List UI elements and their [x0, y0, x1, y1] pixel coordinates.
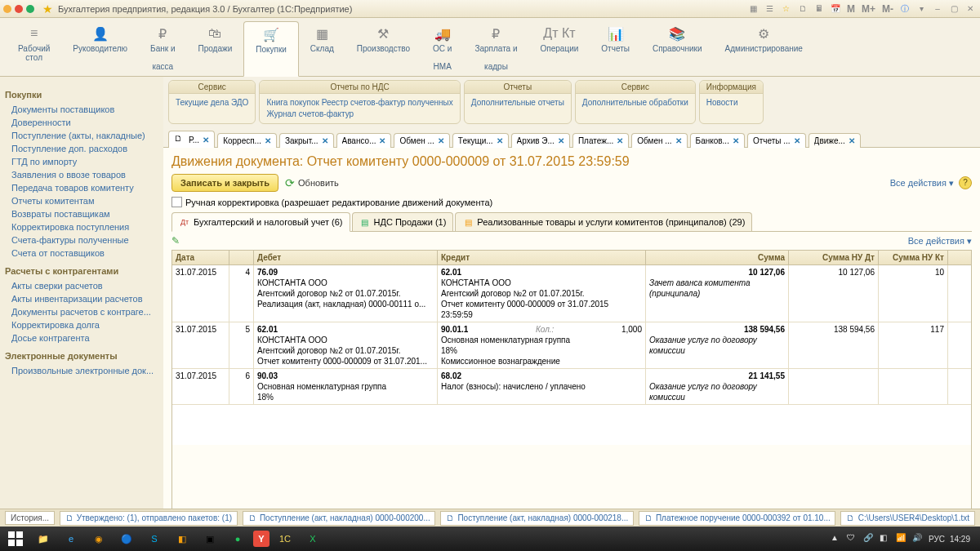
calendar-icon[interactable]: 📅	[829, 2, 842, 16]
status-item[interactable]: 🗋Поступление (акт, накладная) 0000-00021…	[440, 511, 634, 526]
table-row[interactable]: 31.07.2015562.01КОНСТАНТА ОООАгентский д…	[172, 322, 971, 369]
nav-item[interactable]: ▦Склад	[299, 21, 345, 76]
grid-body[interactable]: 31.07.2015476.09КОНСТАНТА ОООАгентский д…	[172, 265, 971, 445]
nav-item[interactable]: ≡Рабочий стол	[7, 21, 61, 76]
history-button[interactable]: История...	[5, 511, 55, 525]
doc-tab-active[interactable]: Движе...✕	[808, 133, 861, 148]
sidebar-link[interactable]: Документы поставщиков	[5, 103, 158, 116]
nav-item[interactable]: ⚙Администрирование	[714, 21, 814, 76]
nav-item[interactable]: Дт КтОперации	[529, 21, 590, 76]
doc-tab[interactable]: Обмен ...✕	[631, 133, 687, 148]
col-credit[interactable]: Кредит	[438, 251, 646, 264]
tray-network-icon[interactable]: 🔗	[863, 533, 875, 544]
grid-icon[interactable]: ▦	[747, 2, 760, 16]
service-link[interactable]: Дополнительные отчеты	[471, 97, 564, 109]
tray-icon[interactable]: ▲	[831, 533, 842, 544]
doc-tab[interactable]: Корресп...✕	[217, 133, 277, 148]
tab-close-icon[interactable]: ✕	[203, 136, 209, 144]
sidebar-link[interactable]: ГТД по импорту	[5, 155, 158, 168]
app-icon-1[interactable]: ◉	[87, 528, 111, 549]
maximize-icon[interactable]: ▢	[947, 2, 960, 16]
nav-item[interactable]: ₽Зарплата икадры	[463, 21, 528, 76]
col-n[interactable]	[229, 251, 254, 264]
yandex-icon[interactable]: Y	[253, 531, 270, 547]
tab-close-icon[interactable]: ✕	[265, 136, 271, 145]
sidebar-link[interactable]: Передача товаров комитенту	[5, 181, 158, 194]
excel-icon[interactable]: X	[301, 528, 325, 549]
app-icon-2[interactable]: 🔵	[114, 528, 139, 549]
nav-item[interactable]: 🚚ОС иНМА	[421, 21, 463, 76]
sidebar-link[interactable]: Акты сверки расчетов	[5, 279, 158, 292]
col-debit[interactable]: Дебет	[254, 251, 438, 264]
sidebar-link[interactable]: Доверенности	[5, 116, 158, 129]
col-nu-kt[interactable]: Сумма НУ Кт	[879, 251, 948, 264]
app-icon-5[interactable]: ●	[225, 528, 250, 549]
nav-item[interactable]: 🛒Покупки	[243, 21, 299, 77]
sidebar-link[interactable]: Акты инвентаризации расчетов	[5, 292, 158, 305]
dropdown-icon[interactable]: ▾	[915, 2, 928, 16]
inner-tab[interactable]: ▤Реализованные товары и услуги комитенто…	[455, 212, 752, 231]
all-actions-link[interactable]: Все действия ▾	[890, 178, 954, 189]
sidebar-link[interactable]: Возвраты поставщикам	[5, 207, 158, 220]
sidebar-link[interactable]: Документы расчетов с контраге...	[5, 305, 158, 318]
col-nu-dt[interactable]: Сумма НУ Дт	[789, 251, 879, 264]
tab-close-icon[interactable]: ✕	[379, 136, 385, 145]
refresh-button[interactable]: ⟳ Обновить	[285, 176, 339, 189]
tab-close-icon[interactable]: ✕	[675, 136, 682, 145]
inner-tab[interactable]: ▤НДС Продажи (1)	[352, 212, 454, 231]
calc-icon[interactable]: 🖩	[813, 2, 826, 16]
tray-signal-icon[interactable]: 📶	[896, 533, 907, 544]
doc-tab[interactable]: Архив Э...✕	[511, 133, 570, 148]
table-row[interactable]: 31.07.2015476.09КОНСТАНТА ОООАгентский д…	[172, 265, 971, 322]
tray-shield-icon[interactable]: 🛡	[847, 533, 858, 544]
sidebar-link[interactable]: Корректировка долга	[5, 318, 158, 331]
minimize-icon[interactable]: –	[931, 2, 944, 16]
app-icon-3[interactable]: ◧	[170, 528, 194, 549]
list-icon[interactable]: ☰	[764, 2, 777, 16]
sidebar-link[interactable]: Поступление (акты, накладные)	[5, 129, 158, 142]
tab-close-icon[interactable]: ✕	[733, 136, 739, 145]
status-item[interactable]: 🗋Поступление (акт, накладная) 0000-00020…	[243, 511, 436, 526]
nav-item[interactable]: ₽Банк икасса	[139, 21, 186, 76]
service-link[interactable]: Новости	[706, 97, 756, 109]
tray-volume-icon[interactable]: 🔊	[912, 533, 924, 544]
sidebar-link[interactable]: Счета-фактуры полученные	[5, 233, 158, 247]
app-icon-4[interactable]: ▣	[198, 528, 222, 549]
service-link[interactable]: Журнал счетов-фактур	[266, 109, 452, 120]
edit-icon[interactable]: ✎	[172, 235, 180, 247]
taskbar-time[interactable]: 14:29	[950, 535, 970, 544]
tab-close-icon[interactable]: ✕	[558, 136, 564, 145]
sidebar-link[interactable]: Счета от поставщиков	[5, 247, 158, 260]
doc-tab[interactable]: Обмен ...✕	[394, 133, 449, 148]
doc-tab[interactable]: Авансо...✕	[336, 133, 392, 148]
tab-close-icon[interactable]: ✕	[322, 136, 328, 145]
tab-close-icon[interactable]: ✕	[497, 136, 503, 145]
doc-tab[interactable]: Банков...✕	[690, 133, 745, 148]
doc-tab[interactable]: 🗋Р...✕	[168, 131, 215, 148]
service-link[interactable]: Книга покупок Реестр счетов-фактур получ…	[266, 97, 452, 109]
save-close-button[interactable]: Записать и закрыть	[172, 174, 278, 192]
close-icon[interactable]: ✕	[964, 2, 977, 16]
col-sum[interactable]: Сумма	[646, 251, 789, 264]
tab-close-icon[interactable]: ✕	[438, 136, 444, 145]
col-date[interactable]: Дата	[172, 251, 229, 264]
status-item[interactable]: 🗋Платежное поручение 0000-000392 от 01.1…	[639, 511, 835, 526]
m-plus-button[interactable]: M+	[860, 3, 877, 15]
doc-tab[interactable]: Отчеты ...✕	[747, 133, 806, 148]
sidebar-link[interactable]: Заявления о ввозе товаров	[5, 168, 158, 181]
skype-icon[interactable]: S	[142, 528, 167, 549]
tray-app-icon[interactable]: ◧	[880, 533, 891, 544]
start-button[interactable]	[3, 528, 28, 549]
taskbar-lang[interactable]: РУС	[929, 535, 945, 544]
nav-item[interactable]: ⚒Производство	[345, 21, 421, 76]
m-button[interactable]: M	[845, 3, 857, 15]
nav-item[interactable]: 📚Справочники	[641, 21, 714, 76]
tab-close-icon[interactable]: ✕	[617, 136, 623, 145]
service-link[interactable]: Текущие дела ЭДО	[176, 97, 248, 109]
sidebar-link[interactable]: Произвольные электронные док...	[5, 364, 158, 377]
fav-icon[interactable]: ☆	[780, 2, 793, 16]
nav-item[interactable]: 👤Руководителю	[61, 21, 139, 76]
grid-all-actions-link[interactable]: Все действия ▾	[908, 236, 972, 247]
service-link[interactable]: Дополнительные обработки	[582, 97, 688, 109]
sidebar-link[interactable]: Отчеты комитентам	[5, 194, 158, 207]
